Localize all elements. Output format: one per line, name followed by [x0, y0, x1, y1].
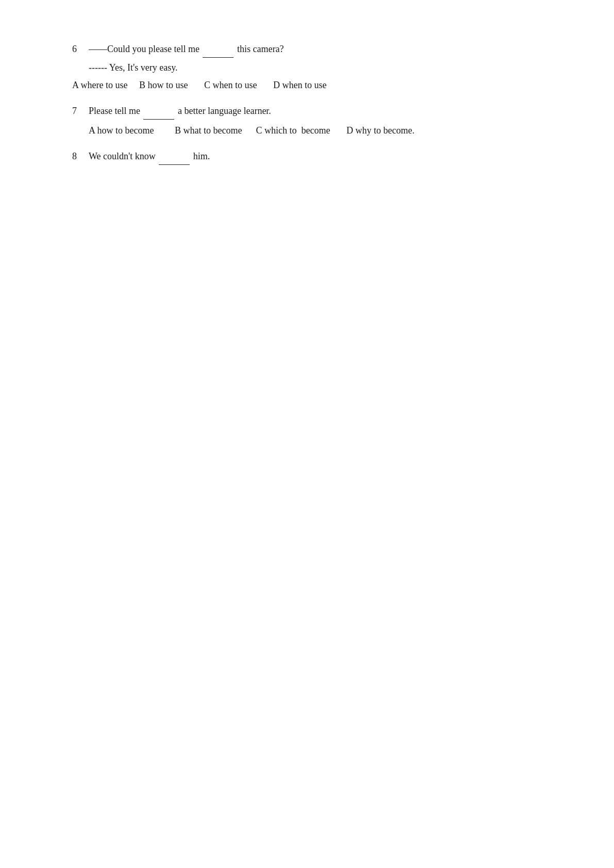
question-6-line: 6 ——Could you please tell me this camera…: [72, 41, 542, 58]
page-content: 6 ——Could you please tell me this camera…: [0, 0, 614, 215]
question-7-text-before: Please tell me: [89, 106, 142, 116]
q6-option-d: D when to use: [273, 80, 326, 90]
question-8-blank: [159, 148, 190, 165]
q6-option-b: B how to use: [139, 80, 188, 90]
q7-option-a: A how to become: [89, 125, 154, 136]
question-6-blank: [203, 41, 234, 58]
question-7-text: Please tell me a better language learner…: [89, 103, 271, 120]
question-8: 8 We couldn't know him.: [72, 148, 542, 165]
question-8-number: 8: [72, 148, 89, 164]
question-7-number: 7: [72, 103, 89, 119]
q7-option-b: B what to become: [175, 125, 242, 136]
question-7-line: 7 Please tell me a better language learn…: [72, 103, 542, 120]
question-6: 6 ——Could you please tell me this camera…: [72, 41, 542, 94]
question-6-answer: ------ Yes, It's very easy.: [89, 60, 542, 76]
q6-option-c: C when to use: [204, 80, 257, 90]
question-6-text: ——Could you please tell me this camera?: [89, 41, 284, 58]
question-6-text-before: you please tell me: [130, 44, 202, 54]
question-6-options: A where to use B how to use C when to us…: [72, 76, 542, 94]
question-8-text: We couldn't know him.: [89, 148, 210, 165]
q7-option-c: C which to become: [256, 125, 330, 136]
q6-option-a: A where to use: [72, 80, 127, 90]
question-7: 7 Please tell me a better language learn…: [72, 103, 542, 139]
question-7-text-after: a better language learner.: [175, 106, 271, 116]
question-8-line: 8 We couldn't know him.: [72, 148, 542, 165]
question-7-blank: [143, 103, 174, 120]
question-6-number: 6: [72, 41, 89, 57]
question-8-text-before: We couldn't know: [89, 151, 158, 161]
question-8-text-after: him.: [191, 151, 210, 161]
question-6-text-after: this camera?: [235, 44, 284, 54]
q7-option-d: D why to become.: [346, 125, 414, 136]
question-7-options: A how to become B what to become C which…: [89, 122, 542, 139]
question-6-prefix: ——Could: [89, 44, 130, 54]
